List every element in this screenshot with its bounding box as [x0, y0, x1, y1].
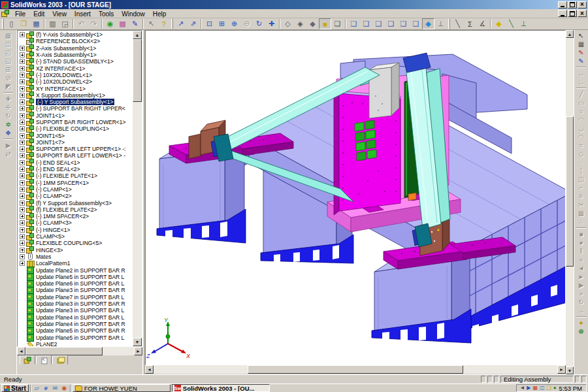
- viewport-horizontal-scrollbar[interactable]: ◄ ►: [145, 365, 566, 374]
- loop-button[interactable]: ↻: [575, 298, 588, 306]
- tree-item[interactable]: LocalPattern1: [18, 260, 133, 267]
- physical-simulation-button[interactable]: ❁: [575, 327, 588, 336]
- zoom-to-selection-button[interactable]: ⊖: [240, 18, 253, 29]
- scroll-thumb[interactable]: [25, 347, 103, 355]
- reference-geometry-button[interactable]: ╲: [451, 18, 464, 29]
- normal-to-button[interactable]: ⊥: [434, 18, 447, 29]
- scroll-down-arrow[interactable]: ▼: [133, 338, 142, 346]
- tree-item[interactable]: XY INTERFACE<1>: [18, 85, 133, 91]
- tree-item[interactable]: Update Plane5 in SUPPORT BAR L: [18, 274, 133, 280]
- internet-explorer-icon[interactable]: e: [42, 385, 50, 392]
- menu-tools[interactable]: Tools: [95, 10, 118, 18]
- expand-toggle[interactable]: [20, 93, 25, 98]
- record-button[interactable]: ●: [575, 238, 588, 247]
- play-button[interactable]: ▶: [575, 281, 588, 289]
- physical-dynamics-button[interactable]: ⇄: [2, 150, 15, 158]
- expand-toggle[interactable]: [20, 86, 25, 91]
- toolbar-grip[interactable]: [171, 19, 173, 29]
- close-button[interactable]: [578, 1, 587, 8]
- expand-toggle[interactable]: [20, 73, 25, 78]
- scroll-left-arrow[interactable]: ◄: [17, 347, 25, 355]
- hide-show-component-button[interactable]: ◰: [2, 48, 15, 57]
- tree-item[interactable]: (f) FLEXIBLE PLATE<2>: [18, 206, 133, 213]
- tree-item[interactable]: Update Plane3 in SUPPORT BAR L: [18, 307, 133, 314]
- menu-file[interactable]: File: [11, 10, 29, 18]
- tree-item[interactable]: Update Plane4 in SUPPORT BAR L: [18, 314, 133, 320]
- expand-toggle[interactable]: [20, 133, 25, 139]
- expand-toggle[interactable]: [20, 254, 25, 259]
- tree-item[interactable]: Update Plane4 in SUPPORT BAR R: [18, 321, 133, 327]
- propertymanager-tab[interactable]: [36, 355, 52, 365]
- tree-item[interactable]: JOINT1<5>: [18, 132, 133, 139]
- new-document-button[interactable]: ▯: [5, 18, 18, 29]
- interference-detection-button[interactable]: ◩: [2, 82, 15, 91]
- zoom-in-out-button[interactable]: ⊕: [228, 18, 240, 29]
- viewport-canvas[interactable]: Y X Z: [145, 30, 566, 365]
- expand-toggle[interactable]: [20, 106, 25, 111]
- view-back-button[interactable]: ❑: [360, 18, 372, 29]
- edit-color-button[interactable]: ▩: [116, 18, 129, 29]
- print-preview-button[interactable]: ◲: [59, 18, 71, 29]
- reciprocate-button[interactable]: ↔: [575, 306, 588, 315]
- tree-item[interactable]: (-) END SEAL<2>: [18, 166, 133, 172]
- zoom-to-fit-button[interactable]: ⊡: [203, 18, 216, 29]
- pan-view-button[interactable]: ✚: [265, 18, 278, 29]
- tree-item[interactable]: (-) HINGE<1>: [18, 227, 133, 233]
- undo-button[interactable]: ↶: [75, 18, 88, 29]
- expand-toggle[interactable]: [20, 193, 25, 199]
- expand-toggle[interactable]: [20, 173, 25, 178]
- tree-item[interactable]: (-) CLAMP<1>: [18, 186, 133, 193]
- expand-toggle[interactable]: [20, 99, 25, 105]
- child-close-button[interactable]: [578, 10, 587, 17]
- expand-toggle[interactable]: [20, 66, 25, 71]
- view-isometric-button[interactable]: ◆: [422, 18, 434, 29]
- shaded-button[interactable]: ■: [319, 18, 331, 29]
- tree-item[interactable]: (-) 1MM SPACER<2>: [18, 213, 133, 220]
- task-button[interactable]: SwSolidWorks 2003 - [OU...: [172, 384, 270, 392]
- tree-item[interactable]: Z-Axis Subassembly<1>: [18, 45, 133, 52]
- tree-horizontal-scrollbar[interactable]: ◄ ►: [17, 347, 142, 355]
- expand-toggle[interactable]: [20, 261, 25, 266]
- tree-item[interactable]: (f) Y Support Subassembly<3>: [18, 199, 133, 206]
- sketch-line-tool-button[interactable]: ╱: [575, 90, 588, 99]
- expand-toggle[interactable]: [20, 187, 25, 192]
- tree-item[interactable]: (-) STAND SUBASSEMBLY<1>: [18, 58, 133, 65]
- centerpoint-arc-button[interactable]: ◠: [575, 116, 588, 124]
- safely-remove-hardware-icon[interactable]: ◫: [540, 385, 545, 391]
- menu-insert[interactable]: Insert: [71, 10, 95, 18]
- wireframe-button[interactable]: ◇: [282, 18, 294, 29]
- polygon-button[interactable]: ◇: [575, 150, 588, 158]
- scroll-up-arrow[interactable]: ▲: [566, 30, 574, 38]
- view-right-button[interactable]: ❑: [385, 18, 397, 29]
- expand-toggle[interactable]: [20, 32, 25, 37]
- tree-item[interactable]: X Support Subassembly<1>: [18, 92, 133, 99]
- menu-help[interactable]: Help: [149, 10, 171, 18]
- zoom-to-area-button[interactable]: ⊞: [216, 18, 228, 29]
- show-desktop-icon[interactable]: ▱: [33, 385, 41, 392]
- restore-button[interactable]: [568, 1, 577, 8]
- coordinate-system-button[interactable]: ⊥: [517, 18, 530, 29]
- print-button[interactable]: ▥: [46, 18, 59, 29]
- expand-toggle[interactable]: [20, 234, 25, 239]
- tree-item[interactable]: HINGE<3>: [18, 247, 133, 253]
- 3-point-arc-button[interactable]: ◠: [575, 133, 588, 141]
- open-document-button[interactable]: ❒: [18, 18, 30, 29]
- hidden-lines-visible-button[interactable]: ◈: [294, 18, 306, 29]
- expand-toggle[interactable]: [20, 248, 25, 253]
- tree-item[interactable]: (-) 10X20LDOWEL<1>: [18, 72, 133, 78]
- select-button[interactable]: ↖: [575, 31, 588, 40]
- tree-item[interactable]: Mates: [18, 253, 133, 260]
- no-external-references-button[interactable]: ⊘: [2, 74, 15, 82]
- fast-forward-button[interactable]: »: [575, 289, 588, 298]
- tree-item[interactable]: (-) 10X20LDOWEL<2>: [18, 78, 133, 85]
- expand-toggle[interactable]: [20, 120, 25, 125]
- linear-sketch-pattern-button[interactable]: ▦: [575, 209, 588, 218]
- view-bottom-button[interactable]: ❑: [410, 18, 422, 29]
- tree-item[interactable]: (-) CLAMP<3>: [18, 220, 133, 226]
- media-player-tray-icon[interactable]: ▶: [527, 385, 531, 391]
- menu-edit[interactable]: Edit: [29, 10, 48, 18]
- equations-button[interactable]: Σ: [464, 18, 476, 29]
- tree-item[interactable]: JOINT1<1>: [18, 112, 133, 119]
- sketch-edit-button[interactable]: ✎: [129, 18, 141, 29]
- scroll-thumb[interactable]: [248, 365, 463, 374]
